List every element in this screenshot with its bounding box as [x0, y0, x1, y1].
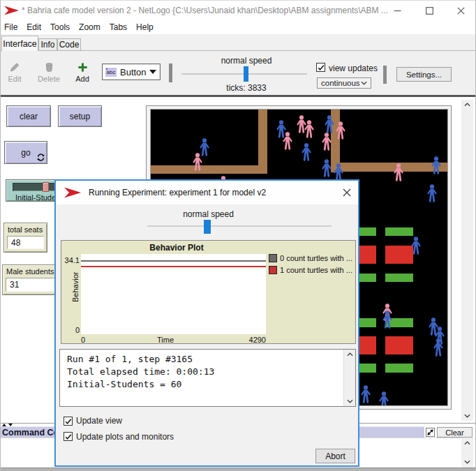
abort-button[interactable]: Abort — [315, 449, 355, 463]
pencil-icon — [10, 62, 20, 73]
dialog-speed-handle[interactable] — [204, 220, 211, 234]
dialog-close-button[interactable] — [341, 186, 353, 199]
toolbar-separator — [169, 63, 172, 82]
plot-ymin-tick: 0 — [61, 326, 80, 334]
plus-icon — [77, 62, 88, 73]
dialog-title: Running Experiment: experiment 1 for mod… — [89, 188, 266, 197]
clear-button-label: clear — [20, 112, 38, 121]
settings-button[interactable]: Settings... — [396, 67, 452, 82]
checkmark-icon — [64, 433, 73, 441]
male-student-turtle — [379, 391, 389, 406]
setup-button[interactable]: setup — [58, 105, 102, 127]
update-plots-and-monitors-checkbox[interactable] — [64, 432, 73, 441]
legend-entry: 1 count turtles with ... — [269, 266, 352, 274]
green-seat — [385, 227, 413, 236]
expand-icon — [426, 428, 434, 436]
add-tool-button[interactable]: Add — [73, 62, 92, 83]
tab-info[interactable]: Info — [38, 38, 57, 51]
minimize-icon — [394, 7, 401, 15]
settings-label: Settings... — [406, 70, 442, 79]
female-student-turtle — [283, 132, 292, 150]
plot-title: Behavior Plot — [61, 243, 292, 253]
menu-item-help[interactable]: Help — [133, 21, 157, 33]
plot-series-line — [81, 260, 266, 262]
netlogo-app-icon — [4, 5, 19, 16]
checkbox-label: Update view — [76, 416, 122, 426]
female-student-turtle — [322, 133, 332, 151]
male-student-turtle — [302, 143, 311, 161]
command-center-scrollbar[interactable] — [461, 438, 473, 468]
plot-legend: 0 count turtles with ...1 count turtles … — [269, 254, 352, 278]
scroll-up-icon[interactable] — [461, 441, 473, 445]
male-student-turtle — [431, 156, 441, 174]
view-updates-checkbox[interactable] — [316, 63, 325, 72]
monitor-value: 48 — [7, 236, 44, 249]
maximize-icon — [426, 7, 433, 15]
male-student-turtle — [325, 115, 334, 133]
trash-icon — [44, 62, 54, 73]
interface-toolbar: Edit Delete Add abc Button normal speed … — [1, 51, 476, 95]
menu-item-edit[interactable]: Edit — [23, 21, 45, 33]
go-button[interactable]: go — [4, 141, 47, 164]
console-scrollbar[interactable] — [343, 350, 355, 406]
dialog-title-bar[interactable]: Running Experiment: experiment 1 for mod… — [56, 181, 358, 204]
dialog-option-row: Update plots and monitors — [64, 432, 174, 442]
button-widget-icon: abc — [105, 68, 117, 77]
close-button[interactable] — [445, 1, 476, 20]
checkmark-icon — [317, 63, 325, 72]
update-view-checkbox[interactable] — [64, 417, 73, 426]
scroll-down-icon[interactable] — [344, 399, 355, 403]
scroll-down-icon[interactable] — [461, 460, 473, 464]
delete-tool-button[interactable]: Delete — [37, 62, 61, 83]
scroll-up-icon[interactable] — [344, 352, 355, 357]
title-bar: * Bahria cafe model version 2 - NetLogo … — [1, 0, 476, 20]
tab-code[interactable]: Code — [57, 38, 81, 51]
tab-interface[interactable]: Interface — [1, 36, 38, 51]
dialog-speed-label: normal speed — [56, 209, 361, 219]
menu-item-zoom[interactable]: Zoom — [75, 21, 104, 33]
cafe-wall — [258, 110, 267, 174]
update-mode-value: continuous — [321, 79, 360, 87]
legend-swatch-icon — [269, 254, 277, 262]
clear-label: Clear — [445, 428, 463, 437]
green-seat — [385, 364, 413, 373]
cafe-wall — [151, 165, 267, 174]
running-experiment-dialog: Running Experiment: experiment 1 for mod… — [54, 179, 359, 467]
experiment-console[interactable]: Run #1 of 1, step #3165 Total elapsed ti… — [59, 349, 356, 407]
menu-bar: FileEditToolsZoomTabsHelp — [1, 20, 476, 34]
edit-tool-button[interactable]: Edit — [5, 62, 24, 83]
abort-label: Abort — [325, 451, 345, 461]
speed-slider-handle[interactable] — [244, 66, 248, 82]
minimize-button[interactable] — [381, 1, 413, 20]
close-icon — [343, 188, 351, 197]
menu-item-tools[interactable]: Tools — [47, 21, 73, 33]
dialog-speed-track[interactable] — [147, 225, 332, 227]
command-center-clear-button[interactable]: Clear — [437, 427, 473, 438]
plot-y-axis-label: Behavior — [71, 285, 80, 302]
dialog-option-row: Update view — [64, 416, 122, 426]
slider-handle[interactable] — [43, 182, 49, 192]
interface-scrollbar[interactable] — [461, 100, 473, 421]
window-bottom-border — [1, 468, 476, 471]
widget-type-value: Button — [120, 67, 149, 77]
dropdown-arrow-icon — [149, 70, 156, 74]
command-center-expand-button[interactable] — [426, 428, 435, 437]
maximize-button[interactable] — [413, 1, 445, 20]
widget-type-dropdown[interactable]: abc Button — [102, 63, 161, 80]
male-student-turtle — [433, 338, 443, 357]
scroll-down-icon[interactable] — [461, 414, 473, 418]
scroll-up-icon[interactable] — [461, 103, 473, 107]
checkbox-label: Update plots and monitors — [76, 432, 174, 442]
update-mode-dropdown[interactable]: continuous — [317, 77, 371, 89]
legend-label: 1 count turtles with ... — [280, 266, 352, 274]
male-student-turtle — [382, 311, 392, 329]
plot-area — [81, 254, 266, 334]
tab-bar: InterfaceInfoCode — [1, 34, 476, 51]
toolbar-separator — [383, 66, 387, 84]
netlogo-window: * Bahria cafe model version 2 - NetLogo … — [0, 0, 476, 471]
menu-item-tabs[interactable]: Tabs — [106, 21, 131, 33]
behavior-plot: Behavior Plot 34.1 0 Behavior 0 Time 429… — [61, 240, 356, 344]
menu-item-file[interactable]: File — [1, 21, 21, 33]
clear-button[interactable]: clear — [6, 105, 51, 127]
female-student-turtle — [394, 163, 403, 181]
